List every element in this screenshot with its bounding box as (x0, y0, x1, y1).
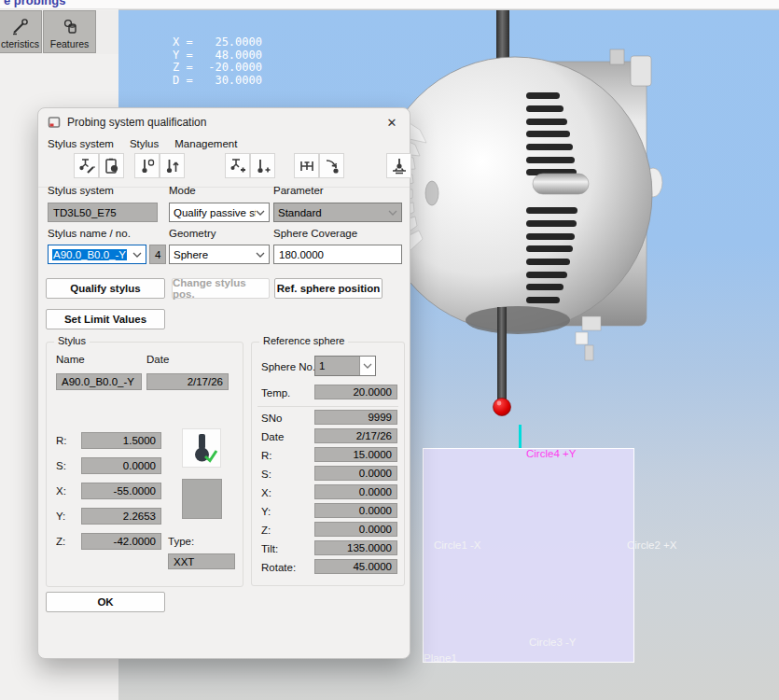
plane-label-circle4: Circle4 +Y (526, 448, 576, 459)
ref-z-label: Z: (261, 525, 271, 536)
reference-frame-icon[interactable] (294, 153, 319, 178)
tilt-display: 135.0000 (314, 540, 397, 555)
plane-label-circle1: Circle1 -X (434, 539, 480, 551)
tilt-label: Tilt: (261, 543, 278, 554)
stylus-x-display: -55.0000 (81, 483, 161, 499)
sno-display: 9999 (314, 410, 397, 425)
ref-date-display: 2/17/26 (314, 428, 397, 443)
readout-z: -20.0000 (201, 62, 262, 75)
date-label: Date (146, 354, 169, 365)
ribbon-tabstrip: cteristics Features (0, 10, 118, 54)
ref-s-display: 0.0000 (314, 466, 397, 481)
page-heading-fragment: e probings (4, 0, 65, 7)
stylus-date-display: 2/17/26 (146, 373, 229, 390)
tab-characteristics[interactable]: cteristics (0, 10, 42, 53)
ref-r-label: R: (261, 450, 272, 461)
tab-label: Features (50, 38, 89, 49)
stylus-s-display: 0.0000 (81, 457, 161, 474)
dialog-titlebar[interactable]: Probing system qualification (38, 108, 410, 136)
stylus-system-label: Stylus system (48, 185, 114, 196)
stylus-status-box (182, 428, 221, 468)
x-label: X: (56, 485, 66, 497)
ref-z-display: 0.0000 (314, 522, 397, 537)
ref-x-label: X: (261, 487, 271, 498)
readout-x: 25.0000 (201, 36, 262, 49)
tab-features[interactable]: Features (43, 10, 96, 53)
dialog-title: Probing system qualification (67, 116, 206, 129)
plane-label-plane1: Plane1 (424, 652, 457, 664)
top-strip: e probings (0, 0, 779, 9)
edit-stylus-system-icon[interactable] (74, 153, 99, 178)
parameter-label: Parameter (273, 185, 324, 196)
stylus-name-combobox[interactable]: A90.0_B0.0_-Y (48, 245, 146, 264)
coverage-label: Sphere Coverage (273, 228, 357, 239)
position-marker (519, 425, 522, 449)
chevron-down-icon (256, 252, 265, 258)
readout-y: 48.0000 (201, 49, 262, 63)
rotate-display: 45.0000 (314, 559, 397, 574)
change-stylus-pos-button: Change stylus pos. (172, 278, 270, 299)
add-stylus-system-icon[interactable] (225, 153, 250, 178)
chevron-down-icon (256, 210, 265, 216)
geometry-label: Geometry (169, 228, 216, 239)
app-icon (48, 116, 61, 129)
temp-display: 20.0000 (314, 385, 397, 399)
probing-qualification-dialog: Probing system qualification ✕ Stylus sy… (37, 107, 410, 659)
stylus-list-icon[interactable] (99, 153, 124, 178)
stylus-r-display: 1.5000 (81, 432, 161, 449)
measurement-plane[interactable] (423, 448, 634, 663)
ref-x-display: 0.0000 (314, 484, 397, 499)
tab-label: cteristics (1, 38, 39, 49)
stylus-no-field: 4 (149, 245, 166, 264)
stylus-name-label: Stylus name / no. (48, 228, 131, 239)
stylus-type-display: XXT (168, 553, 235, 569)
sno-label: SNo (261, 413, 282, 424)
ref-sphere-position-button[interactable]: Ref. sphere position (274, 278, 383, 299)
readout-d: 30.0000 (201, 75, 262, 88)
ref-y-display: 0.0000 (314, 503, 397, 518)
coordinate-readout: X =25.0000 Y =48.0000 Z =-20.0000 D =30.… (173, 36, 262, 87)
parameter-combobox[interactable]: Standard (273, 203, 402, 222)
reference-sphere-group: Reference sphere Sphere No. 1 Temp. 20.0… (251, 342, 405, 586)
geometry-combobox[interactable]: Sphere (169, 245, 270, 264)
stylus-up-icon[interactable] (160, 153, 185, 178)
mode-combobox[interactable]: Qualify passive stylu (169, 203, 270, 222)
set-limit-values-button[interactable]: Set Limit Values (46, 309, 165, 329)
stylus-y-display: 2.2653 (81, 508, 161, 525)
s-label: S: (56, 460, 66, 471)
chevron-down-icon (132, 252, 142, 258)
qualify-stylus-button[interactable]: Qualify stylus (46, 278, 165, 299)
sphere-no-value: 1 (319, 360, 325, 371)
geometry-value: Sphere (174, 249, 208, 260)
reference-sphere-legend: Reference sphere (259, 335, 348, 346)
ref-date-label: Date (261, 431, 284, 442)
chevron-down-icon (363, 363, 372, 369)
sphere-no-label: Sphere No. (261, 361, 315, 372)
menu-stylus[interactable]: Stylus (130, 138, 159, 149)
manual-qualification-icon[interactable] (134, 153, 160, 178)
stylus-system-field: TD3L50_E75 (48, 203, 158, 222)
mode-label: Mode (169, 185, 196, 196)
group-separator (257, 406, 398, 407)
characteristics-icon (10, 18, 31, 36)
change-position-icon[interactable] (319, 153, 344, 178)
ref-y-label: Y: (261, 506, 271, 517)
stylus-preview-placeholder (182, 479, 222, 519)
sphere-no-dropdown[interactable] (359, 357, 375, 375)
sphere-no-combobox[interactable]: 1 (314, 356, 376, 376)
rotate-label: Rotate: (261, 562, 296, 573)
coverage-input[interactable]: 180.0000 (273, 245, 402, 264)
ok-button[interactable]: OK (46, 592, 165, 612)
parameter-value: Standard (278, 207, 322, 218)
qualify-on-sphere-icon[interactable] (386, 153, 411, 178)
stylus-group-legend: Stylus (54, 335, 90, 346)
type-label: Type: (168, 536, 194, 547)
mode-value: Qualify passive stylu (174, 207, 256, 218)
menu-stylus-system[interactable]: Stylus system (48, 138, 114, 149)
stylus-group: Stylus Name Date A90.0_B0.0_-Y 2/17/26 R… (46, 342, 243, 587)
menu-management[interactable]: Management (174, 138, 237, 149)
close-icon[interactable]: ✕ (384, 115, 399, 130)
add-stylus-icon[interactable] (250, 153, 275, 178)
stylus-name-value: A90.0_B0.0_-Y (52, 249, 127, 260)
plane-label-circle2: Circle2 +X (627, 539, 676, 551)
